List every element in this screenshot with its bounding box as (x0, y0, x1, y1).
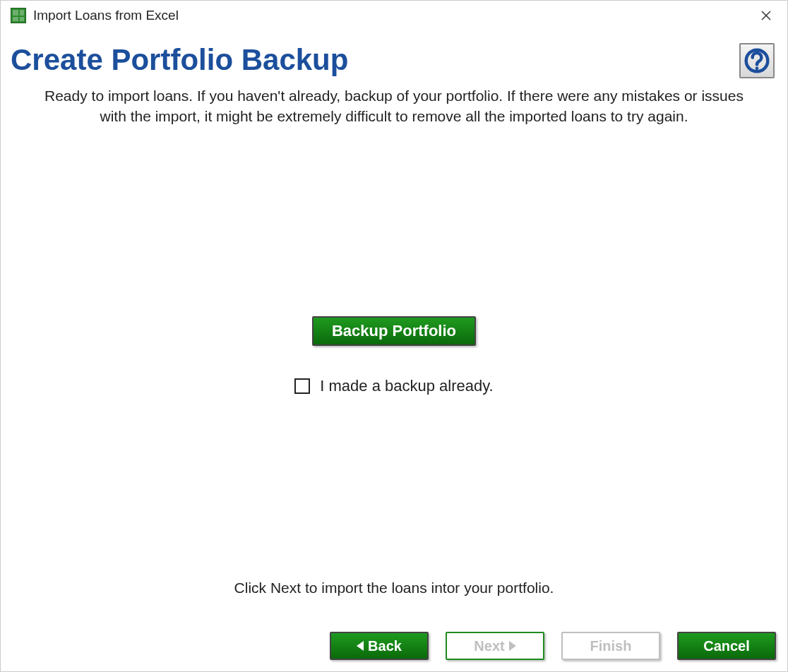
app-icon (11, 8, 26, 23)
hint-text: Click Next to import the loans intor you… (1, 580, 787, 596)
checkbox-icon (294, 378, 310, 394)
cancel-button[interactable]: Cancel (677, 632, 776, 660)
close-icon (760, 10, 772, 21)
cancel-button-label: Cancel (703, 638, 750, 654)
back-button-label: Back (368, 638, 402, 654)
svg-point-3 (756, 66, 759, 70)
triangle-right-icon (509, 641, 516, 651)
next-button-label: Next (474, 638, 504, 654)
page-heading: Create Portfolio Backup (11, 43, 777, 77)
back-button[interactable]: Back (330, 632, 429, 660)
wizard-button-row: Back Next Finish Cancel (330, 632, 776, 660)
checkbox-label: I made a backup already. (320, 377, 493, 395)
backup-portfolio-button[interactable]: Backup Portfolio (312, 316, 476, 346)
finish-button: Finish (561, 632, 660, 660)
window-title: Import Loans from Excel (33, 8, 752, 23)
title-bar: Import Loans from Excel (1, 1, 787, 30)
finish-button-label: Finish (590, 638, 632, 654)
triangle-left-icon (357, 641, 364, 651)
next-button: Next (446, 632, 544, 660)
help-icon (744, 48, 770, 73)
close-button[interactable] (752, 5, 780, 26)
backup-already-checkbox[interactable]: I made a backup already. (294, 377, 493, 395)
wizard-content: Create Portfolio Backup Ready to import … (1, 30, 787, 672)
page-description: Ready to import loans. If you haven't al… (30, 85, 758, 127)
help-button[interactable] (739, 43, 775, 78)
